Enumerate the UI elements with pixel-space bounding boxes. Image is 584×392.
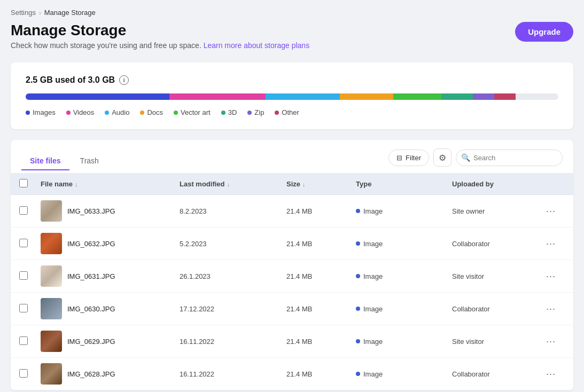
type-label: Image [363,240,383,248]
filter-label: Filter [406,154,421,162]
progress-segment-images [26,93,169,100]
type-dot [356,274,360,278]
type-label: Image [363,207,383,215]
file-cell: IMG_0628.JPG [41,363,180,385]
file-cell: IMG_0630.JPG [41,298,180,319]
type-label: Image [363,338,383,346]
upgrade-button[interactable]: Upgrade [515,22,573,42]
legend-item-docs: Docs [140,108,163,116]
progress-segment-docs [340,93,393,100]
breadcrumb-parent[interactable]: Settings [11,9,36,17]
table-row: IMG_0631.JPG 26.1.2023 21.4 MB Image Sit… [11,260,573,293]
file-thumbnail [41,265,62,287]
date-cell: 5.2.2023 [180,240,286,248]
row-checkbox-cell [19,336,41,347]
row-checkbox[interactable] [19,336,28,345]
actions-cell: ··· [543,269,565,284]
storage-title: 2.5 GB used of 3.0 GB i [26,75,558,85]
select-all-checkbox[interactable] [19,179,28,187]
uploaded-by-cell: Site owner [452,207,543,215]
table-row: IMG_0630.JPG 17.12.2022 21.4 MB Image Co… [11,293,573,325]
table-row: IMG_0632.JPG 5.2.2023 21.4 MB Image Coll… [11,228,573,260]
date-cell: 16.11.2022 [180,370,286,378]
file-cell: IMG_0629.JPG [41,331,180,352]
progress-segment-3d [441,93,473,100]
actions-cell: ··· [543,334,565,349]
file-thumbnail [41,331,62,352]
select-all-cell [19,179,41,189]
more-options-button[interactable]: ··· [543,236,558,251]
file-thumbnail [41,200,62,222]
col-size[interactable]: Size ↓ [286,180,356,188]
legend-dot [140,111,144,115]
row-checkbox[interactable] [19,206,28,215]
table-rows: IMG_0633.JPG 8.2.2023 21.4 MB Image Site… [11,195,573,390]
info-icon[interactable]: i [119,75,129,85]
file-name: IMG_0630.JPG [67,305,115,313]
columns-settings-button[interactable]: ⚙ [433,148,451,167]
type-cell: Image [356,240,452,248]
date-cell: 17.12.2022 [180,305,286,313]
row-checkbox[interactable] [19,239,28,247]
more-options-button[interactable]: ··· [543,334,558,349]
type-cell: Image [356,338,452,346]
legend-dot [174,111,178,115]
file-cell: IMG_0631.JPG [41,265,180,287]
more-options-button[interactable]: ··· [543,269,558,284]
filter-button[interactable]: ⊟ Filter [388,150,429,166]
progress-segment-videos [169,93,265,100]
actions-cell: ··· [543,301,565,316]
legend-item-images: Images [26,108,56,116]
page-container: Settings › Manage Storage Manage Storage… [0,0,584,392]
progress-segment-zip [473,93,494,100]
search-icon: 🔍 [461,153,470,162]
more-options-button[interactable]: ··· [543,366,558,381]
sort-size-icon: ↓ [302,181,306,187]
more-options-button[interactable]: ··· [543,203,558,218]
storage-card: 2.5 GB used of 3.0 GB i ImagesVideosAudi… [11,62,573,129]
learn-more-link[interactable]: Learn more about storage plans [204,41,309,50]
type-cell: Image [356,207,452,215]
row-checkbox[interactable] [19,369,28,378]
col-type: Type [356,180,452,188]
col-lastmodified[interactable]: Last modified ↓ [180,180,286,188]
file-cell: IMG_0633.JPG [41,200,180,222]
storage-legend: ImagesVideosAudioDocsVector art3DZipOthe… [26,108,558,116]
legend-dot [247,111,252,115]
table-header: File name ↓ Last modified ↓ Size ↓ Type … [11,174,573,195]
row-checkbox-cell [19,206,41,216]
uploaded-by-cell: Collaborator [452,305,543,313]
file-name: IMG_0632.JPG [67,240,115,248]
size-cell: 21.4 MB [286,338,356,346]
size-cell: 21.4 MB [286,305,356,313]
row-checkbox[interactable] [19,271,28,280]
tab-site-files[interactable]: Site files [21,152,69,170]
legend-dot [26,111,30,115]
row-checkbox-cell [19,304,41,314]
file-cell: IMG_0632.JPG [41,233,180,254]
col-filename[interactable]: File name ↓ [41,180,180,188]
legend-item-audio: Audio [105,108,129,116]
progress-segment-vector-art [393,93,441,100]
search-input[interactable] [456,150,563,166]
tab-trash[interactable]: Trash [72,152,107,170]
uploaded-by-cell: Collaborator [452,370,543,378]
legend-dot [66,111,71,115]
legend-item-videos: Videos [66,108,95,116]
more-options-button[interactable]: ··· [543,301,558,316]
type-dot [356,339,360,343]
legend-item-other: Other [275,108,299,116]
legend-item-zip: Zip [247,108,264,116]
actions-cell: ··· [543,366,565,381]
file-name: IMG_0629.JPG [67,338,115,346]
file-thumbnail [41,363,62,385]
legend-dot [105,111,109,115]
size-cell: 21.4 MB [286,207,356,215]
row-checkbox[interactable] [19,304,28,312]
size-cell: 21.4 MB [286,370,356,378]
search-wrap: 🔍 [456,150,563,166]
type-label: Image [363,272,383,280]
size-cell: 21.4 MB [286,272,356,280]
tabs: Site filesTrash [21,152,107,170]
row-checkbox-cell [19,239,41,249]
